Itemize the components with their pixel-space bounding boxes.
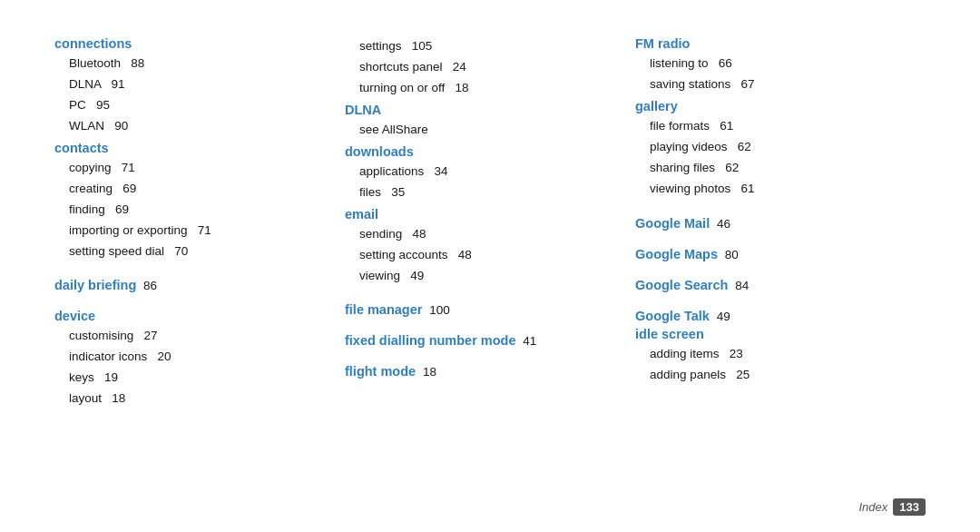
heading-connections: connections — [54, 36, 345, 51]
heading-fm-radio: FM radio — [635, 36, 926, 51]
heading-device: device — [54, 309, 345, 323]
entry-connections: connections Bluetooth 88 DLNA 91 PC 95 W… — [54, 36, 345, 137]
subitem-wlan: WLAN 90 — [54, 116, 345, 137]
heading-idle-screen: idle screen — [635, 327, 926, 341]
subitem-importing: importing or exporting 71 — [54, 221, 345, 241]
heading-flight-mode: flight mode 18 — [345, 364, 635, 379]
entry-google-mail: Google Mail 46 — [635, 203, 926, 231]
subitem-keys: keys 19 — [54, 368, 345, 389]
subitem-adding-items: adding items 23 — [635, 344, 926, 365]
heading-dlna: DLNA — [345, 103, 635, 117]
entry-display-subitems: settings 105 shortcuts panel 24 turning … — [345, 36, 635, 99]
subitem-sending: sending 48 — [345, 224, 635, 245]
entry-idle-screen: idle screen adding items 23 adding panel… — [635, 327, 926, 386]
subitem-creating: creating 69 — [54, 179, 345, 200]
entry-fm-radio: FM radio listening to 66 saving stations… — [635, 36, 926, 95]
column-2: settings 105 shortcuts panel 24 turning … — [345, 36, 635, 496]
subitem-indicator-icons: indicator icons 20 — [54, 347, 345, 368]
entry-fixed-dialling: fixed dialling number mode 41 — [345, 320, 635, 348]
heading-google-search: Google Search 84 — [635, 278, 926, 292]
heading-gallery: gallery — [635, 99, 926, 113]
subitem-sharing-files: sharing files 62 — [635, 158, 926, 179]
heading-downloads: downloads — [345, 144, 635, 159]
subitem-turning-on-off: turning on or off 18 — [345, 78, 635, 99]
entry-email: email sending 48 setting accounts 48 vie… — [345, 207, 635, 287]
entry-dlna: DLNA see AllShare — [345, 103, 635, 141]
subitem-listening-to: listening to 66 — [635, 54, 926, 74]
entry-downloads: downloads applications 34 files 35 — [345, 144, 635, 203]
subitem-customising: customising 27 — [54, 326, 345, 347]
heading-google-talk: Google Talk 49 — [635, 309, 926, 323]
subitem-bluetooth: Bluetooth 88 — [54, 54, 345, 74]
subitem-adding-panels: adding panels 25 — [635, 365, 926, 386]
subitem-pc: PC 95 — [54, 95, 345, 116]
entry-flight-mode: flight mode 18 — [345, 351, 635, 379]
entry-daily-briefing: daily briefing 86 — [54, 265, 345, 292]
footer-label: Index — [858, 500, 887, 514]
entry-contacts: contacts copying 71 creating 69 finding … — [54, 141, 345, 262]
heading-email: email — [345, 207, 635, 222]
subitem-file-formats: file formats 61 — [635, 116, 926, 137]
subitem-settings: settings 105 — [345, 36, 635, 57]
subitem-shortcuts-panel: shortcuts panel 24 — [345, 57, 635, 78]
entry-file-manager: file manager 100 — [345, 290, 635, 317]
heading-file-manager: file manager 100 — [345, 302, 635, 317]
heading-fixed-dialling: fixed dialling number mode 41 — [345, 333, 635, 348]
entry-gallery: gallery file formats 61 playing videos 6… — [635, 99, 926, 200]
heading-google-mail: Google Mail 46 — [635, 216, 926, 231]
subitem-dlna: DLNA 91 — [54, 74, 345, 95]
subitem-applications: applications 34 — [345, 162, 635, 182]
subitem-files: files 35 — [345, 182, 635, 203]
entry-device: device customising 27 indicator icons 20… — [54, 296, 345, 409]
footer: Index 133 — [858, 498, 926, 516]
subitem-finding: finding 69 — [54, 200, 345, 221]
subitem-viewing: viewing 49 — [345, 266, 635, 287]
heading-contacts: contacts — [54, 141, 345, 155]
subitem-setting-accounts: setting accounts 48 — [345, 245, 635, 266]
subitem-playing-videos: playing videos 62 — [635, 137, 926, 158]
footer-page: 133 — [893, 498, 926, 516]
subitem-layout: layout 18 — [54, 389, 345, 409]
subitem-copying: copying 71 — [54, 158, 345, 179]
entry-google-search: Google Search 84 — [635, 265, 926, 292]
entry-google-talk: Google Talk 49 — [635, 296, 926, 323]
heading-google-maps: Google Maps 80 — [635, 247, 926, 261]
page-content: connections Bluetooth 88 DLNA 91 PC 95 W… — [0, 0, 980, 532]
subitem-saving-stations: saving stations 67 — [635, 74, 926, 95]
entry-google-maps: Google Maps 80 — [635, 234, 926, 261]
subitem-see-allshare: see AllShare — [345, 120, 635, 141]
heading-daily-briefing: daily briefing 86 — [54, 278, 345, 292]
column-1: connections Bluetooth 88 DLNA 91 PC 95 W… — [54, 36, 345, 496]
column-3: FM radio listening to 66 saving stations… — [635, 36, 926, 496]
subitem-speed-dial: setting speed dial 70 — [54, 241, 345, 262]
subitem-viewing-photos: viewing photos 61 — [635, 179, 926, 200]
